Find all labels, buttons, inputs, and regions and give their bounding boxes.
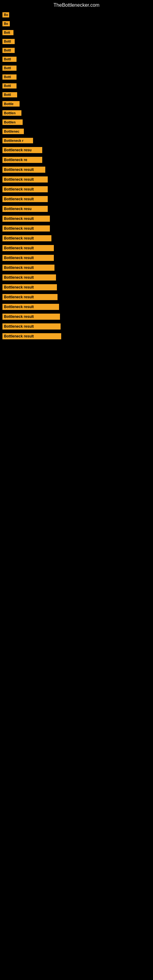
list-item: Bottlenec: [0, 129, 153, 134]
bottleneck-result-label: Bottleneck result: [2, 216, 50, 222]
bottleneck-result-label: Bottl: [2, 83, 16, 89]
bottleneck-result-label: Bottleneck resu: [2, 147, 42, 153]
list-item: Bottleneck r: [0, 138, 153, 143]
bottleneck-result-label: Bott: [2, 30, 13, 35]
bottleneck-result-label: Bottlen: [2, 110, 21, 116]
bottleneck-result-label: Bottleneck result: [2, 186, 48, 192]
bottleneck-result-label: Bottl: [2, 75, 16, 80]
list-item: Bottleneck result: [0, 274, 153, 280]
list-item: Bottleneck result: [0, 294, 153, 300]
bottleneck-result-label: Bottleneck result: [2, 167, 45, 173]
list-item: Bottleneck result: [0, 284, 153, 290]
list-item: Bo: [0, 12, 153, 18]
bottleneck-result-label: Bottleneck result: [2, 245, 54, 251]
list-item: Bottleneck result: [0, 235, 153, 241]
list-item: Bottl: [0, 57, 153, 62]
bottleneck-result-label: Bottleneck result: [2, 313, 60, 320]
list-item: Bottleneck result: [0, 216, 153, 222]
list-item: Bottleneck result: [0, 313, 153, 320]
list-item: Bottleneck result: [0, 255, 153, 261]
site-title: TheBottlenecker.com: [0, 0, 153, 9]
list-item: Bottl: [0, 65, 153, 71]
list-item: Bo: [0, 21, 153, 26]
bottleneck-result-label: Bottleneck result: [2, 304, 59, 310]
list-item: Bottleneck result: [0, 265, 153, 271]
bottleneck-result-label: Bottleneck r: [2, 138, 33, 143]
list-item: Bottl: [0, 48, 153, 53]
list-item: Bottleneck result: [0, 225, 153, 232]
list-item: Bottleneck result: [0, 323, 153, 329]
bottleneck-result-label: Bottleneck result: [2, 333, 61, 339]
list-item: Bottleneck result: [0, 333, 153, 339]
list-item: Bottleneck resu: [0, 147, 153, 153]
bottleneck-result-label: Bottleneck result: [2, 323, 61, 329]
list-item: Bottle: [0, 101, 153, 107]
bottleneck-result-label: Bottl: [2, 57, 16, 62]
bottleneck-result-label: Bottleneck result: [2, 225, 50, 232]
list-item: Bottlen: [0, 119, 153, 125]
list-item: Bottl: [0, 83, 153, 89]
list-item: Bottleneck resu: [0, 206, 153, 212]
bottleneck-result-label: Bo: [2, 21, 10, 26]
list-item: Bott: [0, 30, 153, 35]
bottleneck-result-label: Bottleneck result: [2, 294, 57, 300]
bottleneck-result-label: Bottl: [2, 92, 17, 97]
list-item: Bottlen: [0, 110, 153, 116]
bottleneck-list: BoBoBottBottlBottlBottlBottlBottlBottlBo…: [0, 9, 153, 346]
bottleneck-result-label: Bottleneck result: [2, 265, 54, 271]
list-item: Bottleneck result: [0, 245, 153, 251]
list-item: Bottl: [0, 39, 153, 44]
bottleneck-result-label: Bottleneck result: [2, 177, 48, 183]
bottleneck-result-label: Bottl: [2, 39, 15, 44]
bottleneck-result-label: Bottleneck resu: [2, 206, 48, 212]
bottleneck-result-label: Bottleneck result: [2, 235, 51, 241]
bottleneck-result-label: Bottleneck result: [2, 284, 57, 290]
list-item: Bottleneck result: [0, 196, 153, 202]
bottleneck-result-label: Bo: [2, 12, 9, 18]
list-item: Bottleneck result: [0, 304, 153, 310]
bottleneck-result-label: Bottleneck re: [2, 157, 42, 163]
list-item: Bottleneck result: [0, 167, 153, 173]
bottleneck-result-label: Bottl: [2, 65, 16, 71]
list-item: Bottleneck re: [0, 157, 153, 163]
bottleneck-result-label: Bottlen: [2, 119, 22, 125]
list-item: Bottl: [0, 92, 153, 97]
bottleneck-result-label: Bottleneck result: [2, 255, 54, 261]
list-item: Bottleneck result: [0, 177, 153, 183]
list-item: Bottl: [0, 75, 153, 80]
list-item: Bottleneck result: [0, 186, 153, 192]
bottleneck-result-label: Bottleneck result: [2, 196, 48, 202]
bottleneck-result-label: Bottleneck result: [2, 274, 56, 280]
bottleneck-result-label: Bottle: [2, 101, 19, 107]
bottleneck-result-label: Bottl: [2, 48, 15, 53]
bottleneck-result-label: Bottlenec: [2, 129, 24, 134]
site-title-container: TheBottlenecker.com: [0, 0, 153, 9]
